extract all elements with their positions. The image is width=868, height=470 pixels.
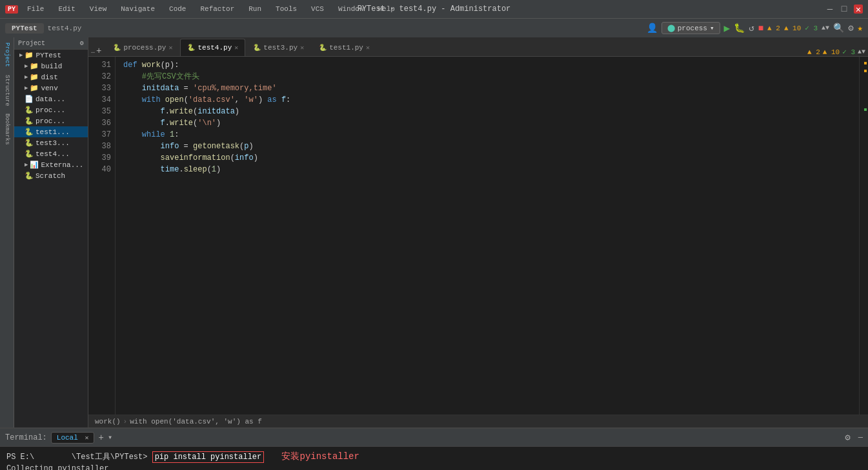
project-panel-header: Project ⚙ — [14, 37, 88, 50]
tab-nav-left[interactable]: … — [91, 48, 95, 55]
terminal-command: pip install pyinstaller — [152, 451, 265, 463]
line-numbers: 31 32 33 34 35 36 37 38 39 40 — [88, 57, 116, 415]
code-line-39: saveinformation(info) — [123, 152, 859, 164]
tab-test4-py[interactable]: 🐍 test4.py ✕ — [180, 39, 245, 56]
close-button[interactable]: ✕ — [854, 5, 863, 14]
stop-button[interactable]: ■ — [758, 23, 763, 34]
tab-close-icon[interactable]: ✕ — [300, 44, 304, 52]
search-icon[interactable]: 🔍 — [833, 23, 844, 34]
tab-icon: 🐍 — [319, 44, 327, 52]
item-label: test4... — [35, 150, 70, 158]
tab-label: test3.py — [263, 44, 298, 52]
rerun-button[interactable]: ↺ — [749, 23, 754, 34]
error-count[interactable]: ▲ 10 — [784, 24, 801, 32]
tab-close-icon[interactable]: ✕ — [234, 44, 238, 52]
item-label: data... — [35, 95, 65, 103]
run-button[interactable]: ▶ — [724, 22, 731, 35]
terminal-label: Terminal: — [5, 433, 47, 442]
tab-icon: 🐍 — [253, 44, 261, 52]
expand-editor-icon[interactable]: ▲▼ — [858, 48, 865, 55]
maximize-button[interactable]: □ — [840, 5, 849, 14]
tree-item-proc1[interactable]: 🐍 proc... — [14, 104, 88, 115]
minimize-button[interactable]: — — [825, 5, 834, 14]
menu-navigate[interactable]: Navigate — [116, 4, 160, 14]
tree-item-dist[interactable]: ▶ 📁 dist — [14, 72, 88, 83]
terminal-add-button[interactable]: + — [98, 433, 103, 443]
code-content[interactable]: def work(p): #先写CSV文件头 initdata = 'cpu%,… — [116, 57, 859, 415]
tab-process-py[interactable]: 🐍 process.py ✕ — [106, 39, 179, 56]
code-editor[interactable]: 31 32 33 34 35 36 37 38 39 40 def work(p… — [88, 57, 868, 415]
tab-icon: 🐍 — [113, 44, 121, 52]
debug-button[interactable]: 🐛 — [734, 23, 745, 34]
tree-item-test1[interactable]: 🐍 test1... — [14, 126, 88, 137]
expand-icon[interactable]: ▲▼ — [822, 24, 829, 32]
process-dropdown[interactable]: ⬤ process ▾ — [661, 22, 720, 34]
window-title: PYTest - test4.py - Administrator — [358, 5, 511, 14]
tab-label: test1.py — [329, 44, 363, 52]
tree-item-scratch[interactable]: 🐍 Scratch — [14, 170, 88, 181]
menu-view[interactable]: View — [85, 4, 112, 14]
item-label: proc... — [35, 117, 65, 125]
tab-close-icon[interactable]: ✕ — [168, 44, 172, 52]
tree-item-test3[interactable]: 🐍 test3... — [14, 137, 88, 148]
check-count[interactable]: ✓ 3 — [805, 24, 818, 32]
bottom-panel: Terminal: Local ✕ + ▾ ⚙ — PS E:\ \Test工具… — [0, 427, 868, 470]
project-root[interactable]: ▶ 📁 PYTest — [14, 50, 88, 61]
terminal-settings-icon[interactable]: ⚙ — [845, 432, 850, 443]
panel-options-icon[interactable]: ⚙ — [80, 39, 84, 47]
menu-tools[interactable]: Tools — [270, 4, 302, 14]
terminal-tabs: Terminal: Local ✕ + ▾ ⚙ — — [0, 429, 868, 447]
tree-item-proc2[interactable]: 🐍 proc... — [14, 115, 88, 126]
error-gutter[interactable]: ▲ 10 — [823, 48, 840, 56]
project-panel: Project ⚙ ▶ 📁 PYTest ▶ 📁 build ▶ 📁 dist … — [14, 37, 88, 427]
menu-vcs[interactable]: VCS — [306, 4, 329, 14]
tab-test3-py[interactable]: 🐍 test3.py ✕ — [246, 39, 311, 56]
terminal-content[interactable]: PS E:\ \Test工具\PYTest> pip install pyins… — [0, 447, 868, 470]
tab-bar: … + 🐍 process.py ✕ 🐍 test4.py ✕ 🐍 test3.… — [88, 37, 868, 57]
warning-count[interactable]: ▲ 2 — [767, 24, 780, 32]
notification-icon[interactable]: ★ — [858, 23, 863, 34]
tab-close-icon[interactable]: ✕ — [366, 44, 370, 52]
code-line-38: info = getonetask(p) — [123, 141, 859, 152]
breadcrumb-item-1: work() — [95, 418, 121, 426]
code-line-36: f.write('\n') — [123, 117, 859, 129]
terminal-prompt: PS E:\ \Test工具\PYTest> — [6, 453, 147, 462]
menu-code[interactable]: Code — [164, 4, 191, 14]
new-tab-button[interactable]: + — [96, 46, 101, 56]
structure-sidebar-icon[interactable]: Structure — [3, 72, 12, 109]
menu-refactor[interactable]: Refactor — [195, 4, 239, 14]
item-label: dist — [41, 73, 57, 81]
tab-label: test4.py — [197, 44, 232, 52]
item-label: proc... — [35, 106, 65, 114]
breadcrumb-item-2: with open('data.csv', 'w') as f — [130, 418, 262, 426]
gutter-marker-2 — [864, 70, 867, 72]
menu-edit[interactable]: Edit — [53, 4, 80, 14]
tree-item-build[interactable]: ▶ 📁 build — [14, 61, 88, 72]
tree-item-external[interactable]: ▶ 📊 Externa... — [14, 159, 88, 170]
item-label: venv — [41, 84, 57, 92]
tree-item-venv[interactable]: ▶ 📁 venv — [14, 83, 88, 93]
breadcrumb: work() › with open('data.csv', 'w') as f — [88, 415, 868, 427]
project-sidebar-icon[interactable]: Project — [3, 40, 12, 70]
file-name-label: test4.py — [48, 24, 82, 32]
terminal-chevron-icon[interactable]: ▾ — [108, 433, 112, 442]
tree-item-data[interactable]: 📄 data... — [14, 93, 88, 104]
tree-item-test4[interactable]: 🐍 test4... — [14, 148, 88, 159]
item-label: test1... — [35, 128, 70, 136]
settings-icon[interactable]: ⚙ — [848, 23, 853, 34]
warning-gutter[interactable]: ▲ 2 — [807, 48, 820, 56]
profile-icon[interactable]: 👤 — [647, 23, 658, 34]
item-label: test3... — [35, 139, 70, 147]
title-bar: PY File Edit View Navigate Code Refactor… — [0, 0, 868, 18]
ok-gutter[interactable]: ✓ 3 — [842, 48, 855, 56]
terminal-prompt-line: PS E:\ \Test工具\PYTest> pip install pyins… — [6, 451, 862, 463]
terminal-minimize-icon[interactable]: — — [858, 433, 863, 442]
item-label: Scratch — [35, 172, 65, 180]
terminal-local-tab[interactable]: Local ✕ — [51, 432, 95, 444]
tab-test1-py[interactable]: 🐍 test1.py ✕ — [312, 39, 377, 56]
menu-run[interactable]: Run — [243, 4, 267, 14]
project-badge: PYTest — [5, 23, 44, 34]
bookmarks-sidebar-icon[interactable]: Bookmarks — [3, 111, 12, 148]
menu-file[interactable]: File — [22, 4, 49, 14]
app-icon: PY — [5, 5, 18, 14]
